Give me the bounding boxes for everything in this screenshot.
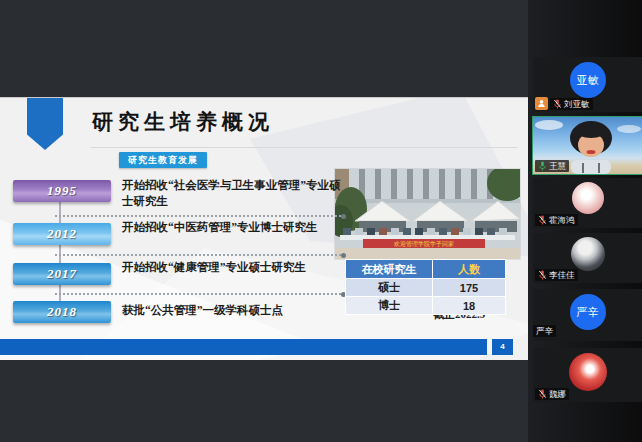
timeline-separator	[55, 215, 341, 217]
mic-muted-icon	[538, 270, 547, 280]
participant-tile[interactable]: 魏娜	[533, 348, 642, 402]
participant-name-label: 刘亚敏	[550, 98, 593, 110]
participant-name-label: 王慧	[535, 160, 569, 172]
participant-role-icon	[535, 97, 548, 110]
timeline-entry-text: 获批“公共管理”一级学科硕士点	[122, 302, 344, 318]
mic-muted-icon	[538, 389, 547, 399]
participant-tile-active-speaker[interactable]: 王慧	[533, 117, 642, 174]
participant-tile[interactable]: 亚敏 刘亚敏	[533, 57, 642, 112]
presentation-slide: 研究生培养概况 研究生教育发展 1995 2012 2017 2018 开始招收…	[0, 97, 528, 360]
avatar-photo	[569, 353, 607, 391]
title-divider	[90, 147, 518, 148]
slide-title: 研究生培养概况	[92, 108, 274, 136]
participant-tile[interactable]: 李佳佳	[533, 233, 642, 283]
participant-name-label: 魏娜	[535, 388, 569, 400]
bookmark-ribbon-icon	[27, 98, 63, 150]
participant-name-label: 李佳佳	[535, 269, 578, 281]
slide-page-number: 4	[492, 339, 513, 355]
avatar-initials: 严辛	[577, 305, 599, 320]
table-row: 博士 18	[346, 297, 506, 315]
enrollment-table: 在校研究生 人数 硕士 175 博士 18	[345, 259, 506, 315]
table-cell: 硕士	[346, 279, 433, 297]
table-row: 硕士 175	[346, 279, 506, 297]
timeline-entry-text: 开始招收“健康管理”专业硕士研究生	[122, 259, 344, 275]
table-cell: 博士	[346, 297, 433, 315]
avatar: 亚敏	[570, 62, 606, 98]
timeline-year-ribbon: 1995	[13, 180, 111, 202]
meeting-window: 研究生培养概况 研究生教育发展 1995 2012 2017 2018 开始招收…	[0, 0, 642, 442]
timeline-year-ribbon: 2018	[13, 301, 111, 323]
table-header-cell: 在校研究生	[346, 260, 433, 279]
avatar-initials: 亚敏	[577, 73, 599, 88]
avatar: 严辛	[570, 294, 606, 330]
timeline-year-ribbon: 2012	[13, 223, 111, 245]
timeline-entry-text: 开始招收“中医药管理”专业博士研究生	[122, 219, 344, 235]
timeline-separator	[55, 293, 341, 295]
mic-muted-icon	[553, 99, 562, 109]
table-cell: 175	[433, 279, 506, 297]
timeline-separator	[55, 254, 341, 256]
table-cell: 18	[433, 297, 506, 315]
avatar-photo	[571, 237, 605, 271]
table-header-cell: 人数	[433, 260, 506, 279]
table-header-row: 在校研究生 人数	[346, 260, 506, 279]
slide-subtitle-badge: 研究生教育发展	[119, 152, 207, 168]
participant-name-label: 霍海鸿	[535, 214, 578, 226]
participant-name-label: 严辛	[533, 325, 556, 337]
mic-muted-icon	[538, 215, 547, 225]
photo-banner-text: 欢迎管理学院学子回家	[394, 240, 454, 248]
campus-event-photo: 欢迎管理学院学子回家	[335, 169, 520, 259]
screen-share-area: 研究生培养概况 研究生教育发展 1995 2012 2017 2018 开始招收…	[0, 0, 530, 442]
timeline-entry-text: 开始招收“社会医学与卫生事业管理”专业硕士研究生	[122, 177, 344, 209]
participant-tile[interactable]: 霍海鸿	[533, 178, 642, 228]
participant-tile[interactable]: 严辛 严辛	[533, 289, 642, 341]
mic-on-icon	[538, 161, 547, 171]
slide-footer-bar	[0, 339, 487, 355]
participants-sidebar: 亚敏 刘亚敏	[528, 0, 642, 442]
timeline-year-ribbon: 2017	[13, 263, 111, 285]
avatar-photo	[572, 182, 604, 214]
